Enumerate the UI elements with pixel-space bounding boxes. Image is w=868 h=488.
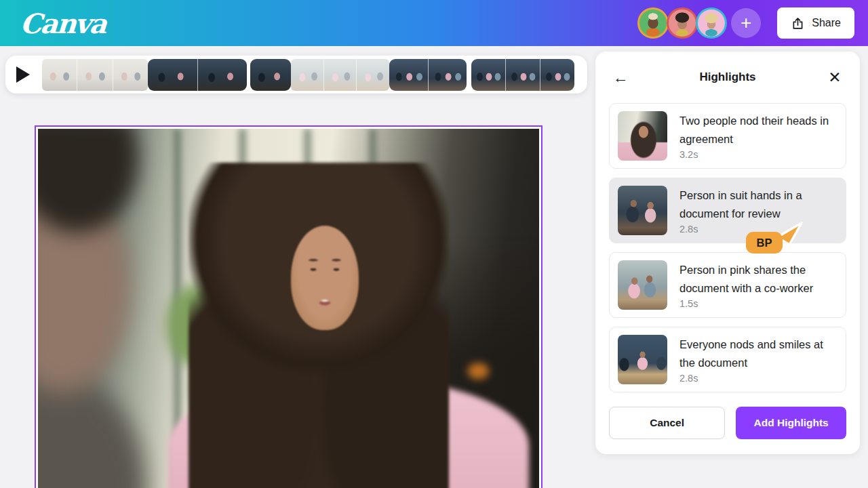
- filmstrip-frame: [250, 59, 291, 91]
- filmstrip-segment-highlight[interactable]: [250, 59, 291, 91]
- collaborator-avatars: [639, 7, 727, 39]
- video-preview: [38, 129, 539, 488]
- filmstrip-frame: [197, 59, 248, 91]
- highlight-duration: 1.5s: [679, 298, 837, 309]
- share-button[interactable]: Share: [777, 7, 854, 39]
- filmstrip-segment-unselected[interactable]: [291, 59, 389, 91]
- filmstrip-segment-highlight[interactable]: [148, 59, 247, 91]
- filmstrip-frame: [428, 59, 467, 91]
- filmstrip-segment-highlight[interactable]: [389, 59, 467, 91]
- avatar[interactable]: [637, 7, 669, 39]
- collaborator-badge: BP: [746, 232, 783, 253]
- highlight-title: Everyone nods and smiles at the document: [679, 336, 837, 372]
- add-collaborator-button[interactable]: +: [731, 8, 761, 38]
- filmstrip-segment-unselected[interactable]: [42, 59, 148, 91]
- highlight-thumbnail: [618, 335, 667, 384]
- highlight-list: Two people nod their heads in agreement …: [609, 103, 846, 392]
- filmstrip-frame: [291, 59, 323, 91]
- filmstrip-frame: [540, 59, 574, 91]
- share-icon: [791, 16, 805, 30]
- add-highlights-button[interactable]: Add Highlights: [736, 407, 846, 439]
- filmstrip-frame: [42, 59, 77, 91]
- play-icon: [16, 66, 30, 83]
- highlight-card[interactable]: Two people nod their heads in agreement …: [609, 103, 846, 169]
- canva-logo[interactable]: Canva: [19, 7, 106, 39]
- timeline-bar[interactable]: [5, 56, 587, 94]
- filmstrip-frame: [471, 59, 505, 91]
- highlight-card[interactable]: Person in pink shares the document with …: [609, 252, 846, 318]
- share-label: Share: [812, 17, 841, 29]
- filmstrip-frame: [356, 59, 389, 91]
- filmstrip-frame: [505, 59, 540, 91]
- highlight-duration: 2.8s: [679, 373, 837, 384]
- segment-gap: [467, 59, 471, 91]
- avatar[interactable]: [696, 7, 727, 39]
- cancel-button[interactable]: Cancel: [609, 407, 725, 439]
- highlight-title: Person in pink shares the document with …: [679, 261, 837, 298]
- collaborator-cursor: BP: [746, 221, 808, 258]
- panel-footer: Cancel Add Highlights: [609, 407, 846, 439]
- highlight-thumbnail: [618, 186, 667, 235]
- filmstrip-frame: [389, 59, 428, 91]
- filmstrip[interactable]: [42, 59, 580, 91]
- highlights-panel: ← Highlights ✕ Two people nod their head…: [595, 52, 860, 454]
- woman-face: [291, 226, 359, 330]
- highlight-title: Two people nod their heads in agreement: [679, 112, 837, 148]
- highlight-thumbnail: [618, 111, 667, 161]
- filmstrip-segment-highlight[interactable]: [471, 59, 574, 91]
- filmstrip-frame: [323, 59, 357, 91]
- filmstrip-frame: [148, 59, 197, 91]
- highlight-card[interactable]: Person in suit hands in a document for r…: [609, 178, 846, 243]
- highlight-card[interactable]: Everyone nods and smiles at the document…: [609, 327, 846, 392]
- play-button[interactable]: [16, 66, 31, 83]
- highlight-title: Person in suit hands in a document for r…: [679, 186, 837, 223]
- video-canvas[interactable]: [35, 125, 542, 488]
- app-header: Canva + Share: [0, 0, 868, 46]
- filmstrip-frame: [113, 59, 148, 91]
- highlight-thumbnail: [618, 260, 667, 310]
- panel-header: ← Highlights ✕: [609, 52, 846, 103]
- foreground-man: [38, 129, 203, 488]
- panel-title: Highlights: [632, 70, 823, 84]
- close-button[interactable]: ✕: [823, 66, 846, 89]
- filmstrip-frame: [77, 59, 112, 91]
- avatar[interactable]: [667, 7, 698, 39]
- back-button[interactable]: ←: [609, 66, 632, 89]
- highlight-duration: 3.2s: [679, 149, 837, 160]
